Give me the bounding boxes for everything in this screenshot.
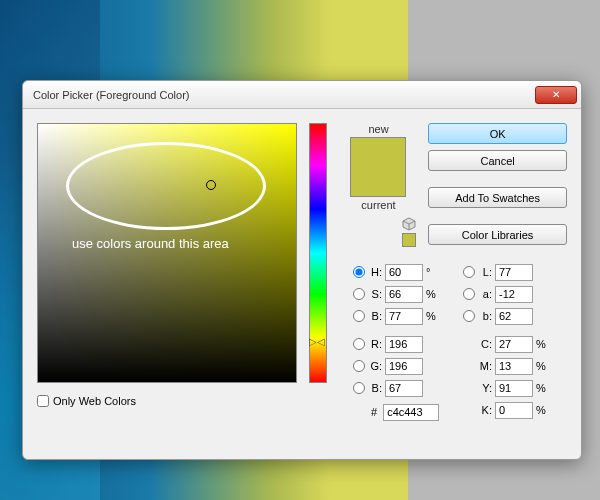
y-input[interactable]	[495, 380, 533, 397]
color-picker-dialog: Color Picker (Foreground Color) ✕ use co…	[22, 80, 582, 460]
color-swatch-box	[350, 137, 406, 197]
m-row: M: %	[463, 355, 573, 377]
hex-row: #	[353, 403, 463, 421]
bv-label: B:	[368, 310, 382, 322]
r-row: R:	[353, 333, 463, 355]
l-input[interactable]	[495, 264, 533, 281]
color-libraries-button[interactable]: Color Libraries	[428, 224, 567, 245]
y-unit: %	[536, 382, 548, 394]
annotation-text: use colors around this area	[72, 236, 229, 251]
bb-radio[interactable]	[353, 382, 365, 394]
a-row: a:	[463, 283, 573, 305]
r-input[interactable]	[385, 336, 423, 353]
only-web-colors-label: Only Web Colors	[53, 395, 136, 407]
websafe-swatch[interactable]	[402, 233, 416, 247]
cancel-button[interactable]: Cancel	[428, 150, 567, 171]
lab-b-radio[interactable]	[463, 310, 475, 322]
r-label: R:	[368, 338, 382, 350]
left-column: use colors around this area Only Web Col…	[37, 123, 297, 407]
dialog-title: Color Picker (Foreground Color)	[33, 89, 535, 101]
value-fields: H: ° L: S: % a:	[353, 261, 573, 421]
s-input[interactable]	[385, 286, 423, 303]
k-unit: %	[536, 404, 548, 416]
close-icon: ✕	[552, 89, 560, 100]
bb-label: B:	[368, 382, 382, 394]
c-unit: %	[536, 338, 548, 350]
c-row: C: %	[463, 333, 573, 355]
lab-b-input[interactable]	[495, 308, 533, 325]
r-radio[interactable]	[353, 338, 365, 350]
bv-row: B: %	[353, 305, 463, 327]
k-label: K:	[478, 404, 492, 416]
a-label: a:	[478, 288, 492, 300]
a-input[interactable]	[495, 286, 533, 303]
h-input[interactable]	[385, 264, 423, 281]
saturation-brightness-field[interactable]: use colors around this area	[37, 123, 297, 383]
h-radio[interactable]	[353, 266, 365, 278]
a-radio[interactable]	[463, 288, 475, 300]
bb-input[interactable]	[385, 380, 423, 397]
bv-unit: %	[426, 310, 438, 322]
current-color-swatch[interactable]	[351, 167, 405, 196]
g-label: G:	[368, 360, 382, 372]
only-web-colors-checkbox[interactable]	[37, 395, 49, 407]
l-radio[interactable]	[463, 266, 475, 278]
h-label: H:	[368, 266, 382, 278]
titlebar[interactable]: Color Picker (Foreground Color) ✕	[23, 81, 581, 109]
s-row: S: %	[353, 283, 463, 305]
s-radio[interactable]	[353, 288, 365, 300]
lab-b-row: b:	[463, 305, 573, 327]
hue-column: ▷◁	[307, 123, 329, 407]
s-unit: %	[426, 288, 438, 300]
bv-radio[interactable]	[353, 310, 365, 322]
add-to-swatches-button[interactable]: Add To Swatches	[428, 187, 567, 208]
hex-input[interactable]	[383, 404, 439, 421]
s-label: S:	[368, 288, 382, 300]
m-label: M:	[478, 360, 492, 372]
hex-label: #	[371, 406, 377, 418]
c-input[interactable]	[495, 336, 533, 353]
g-input[interactable]	[385, 358, 423, 375]
g-radio[interactable]	[353, 360, 365, 372]
k-input[interactable]	[495, 402, 533, 419]
c-label: C:	[478, 338, 492, 350]
y-row: Y: %	[463, 377, 573, 399]
hue-slider[interactable]: ▷◁	[309, 123, 327, 383]
l-label: L:	[478, 266, 492, 278]
new-label: new	[368, 123, 388, 135]
current-label: current	[361, 199, 395, 211]
h-unit: °	[426, 266, 438, 278]
m-unit: %	[536, 360, 548, 372]
h-row: H: °	[353, 261, 463, 283]
l-row: L:	[463, 261, 573, 283]
k-row: K: %	[463, 399, 573, 421]
lab-b-label: b:	[478, 310, 492, 322]
hue-slider-thumb[interactable]: ▷◁	[309, 336, 325, 347]
close-button[interactable]: ✕	[535, 86, 577, 104]
gamut-warning-icon[interactable]	[402, 217, 416, 231]
bv-input[interactable]	[385, 308, 423, 325]
only-web-colors-row[interactable]: Only Web Colors	[37, 395, 297, 407]
m-input[interactable]	[495, 358, 533, 375]
g-row: G:	[353, 355, 463, 377]
y-label: Y:	[478, 382, 492, 394]
bb-row: B:	[353, 377, 463, 399]
new-color-swatch	[351, 138, 405, 167]
ok-button[interactable]: OK	[428, 123, 567, 144]
annotation-oval	[66, 142, 266, 230]
